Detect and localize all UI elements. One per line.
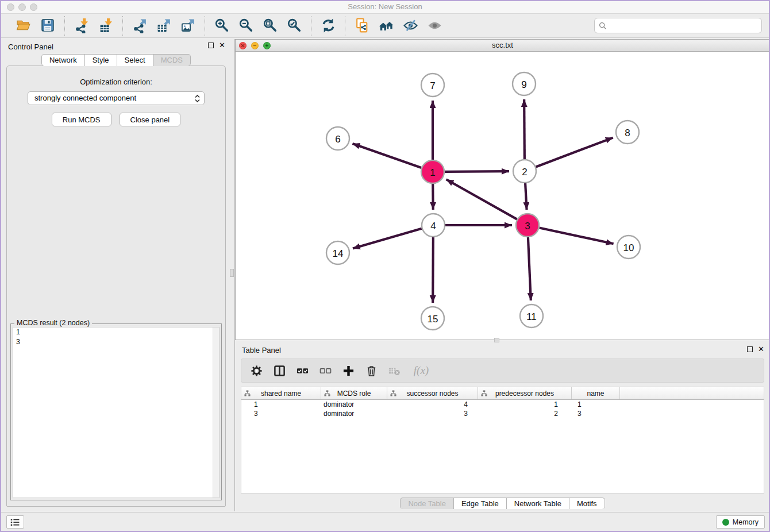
select-all-button[interactable]: [295, 364, 309, 377]
apply-preferred-layout-button[interactable]: [319, 17, 337, 34]
float-panel-icon[interactable]: [208, 43, 214, 48]
table-row[interactable]: 1dominator411: [241, 400, 764, 409]
open-file-button[interactable]: [15, 17, 32, 34]
mcds-result-list[interactable]: 13: [13, 327, 220, 498]
result-list-scrollbar[interactable]: [213, 327, 219, 498]
network-minimize-icon[interactable]: −: [251, 42, 259, 49]
search-input[interactable]: [610, 21, 761, 30]
table-settings-button[interactable]: [249, 364, 263, 377]
optimization-criterion-label: Optimization criterion:: [7, 78, 225, 86]
close-panel-button[interactable]: Close panel: [120, 113, 181, 126]
delete-columns-button[interactable]: [364, 364, 378, 377]
tab-style[interactable]: Style: [85, 54, 117, 66]
task-history-button[interactable]: [6, 515, 24, 529]
edge-4-14[interactable]: [353, 229, 422, 249]
network-graph[interactable]: 7968124314101511: [236, 52, 769, 340]
run-mcds-button[interactable]: Run MCDS: [52, 113, 111, 126]
cell-predecessor-nodes[interactable]: 2: [478, 409, 572, 418]
save-session-button[interactable]: [39, 17, 56, 34]
optimization-criterion-select[interactable]: strongly connected component: [28, 91, 205, 105]
float-table-panel-icon[interactable]: [747, 346, 753, 352]
column-header-successor-nodes[interactable]: successor nodes: [387, 387, 478, 399]
tab-select[interactable]: Select: [117, 54, 153, 66]
horizontal-splitter-grip[interactable]: [494, 338, 499, 342]
tab-network[interactable]: Network: [41, 54, 85, 66]
zoom-fit-button[interactable]: [261, 17, 279, 34]
export-network-button[interactable]: [131, 17, 148, 34]
edge-1-2[interactable]: [445, 171, 509, 172]
column-header-name[interactable]: name: [572, 387, 620, 399]
edge-3-11[interactable]: [528, 237, 531, 300]
edge-2-9[interactable]: [524, 99, 525, 159]
network-maximize-icon[interactable]: +: [263, 42, 271, 49]
node-7[interactable]: 7: [421, 74, 444, 97]
node-8[interactable]: 8: [616, 121, 639, 144]
close-table-panel-icon[interactable]: ✕: [758, 346, 764, 352]
edge-3-10[interactable]: [540, 228, 614, 244]
import-table-button[interactable]: [97, 17, 114, 34]
deselect-all-button[interactable]: [318, 364, 332, 377]
table-panel-title: Table Panel: [242, 346, 281, 354]
node-3[interactable]: 3: [516, 214, 539, 237]
tab-edge-table[interactable]: Edge Table: [454, 498, 507, 509]
cell-successor-nodes[interactable]: 3: [387, 409, 478, 418]
toolbar-groups: [7, 16, 451, 36]
show-hidden-icon: [427, 18, 442, 33]
node-6[interactable]: 6: [326, 127, 349, 150]
splitter-grip[interactable]: [230, 269, 234, 277]
search-box[interactable]: [594, 18, 762, 33]
edge-4-15[interactable]: [433, 237, 433, 303]
edge-1-6[interactable]: [352, 144, 421, 168]
cell-name[interactable]: 1: [572, 400, 620, 409]
zoom-selected-button[interactable]: [286, 17, 303, 34]
close-panel-icon[interactable]: ✕: [219, 43, 225, 48]
node-2[interactable]: 2: [513, 160, 536, 183]
edge-2-3[interactable]: [525, 183, 526, 210]
node-9[interactable]: 9: [513, 72, 536, 95]
mcds-result-item[interactable]: 3: [13, 337, 219, 347]
node-1[interactable]: 1: [421, 160, 444, 183]
import-network-icon: [74, 18, 90, 33]
cell-shared-name[interactable]: 3: [241, 409, 321, 418]
import-network-button[interactable]: [73, 17, 90, 34]
show-columns-button[interactable]: [272, 364, 286, 377]
column-header-predecessor-nodes[interactable]: predecessor nodes: [478, 387, 572, 399]
column-header-MCDS-role[interactable]: MCDS role: [321, 387, 387, 399]
node-15[interactable]: 15: [421, 307, 444, 330]
zoom-in-button[interactable]: [213, 17, 230, 34]
task-list-icon: [10, 518, 20, 526]
table-row[interactable]: 3dominator323: [241, 409, 764, 418]
cell-shared-name[interactable]: 1: [241, 400, 321, 409]
node-11[interactable]: 11: [520, 304, 543, 327]
cell-successor-nodes[interactable]: 4: [387, 400, 478, 409]
memory-button[interactable]: Memory: [716, 515, 765, 529]
network-window-titlebar[interactable]: ✕ − + scc.txt: [236, 40, 769, 52]
tab-node-table[interactable]: Node Table: [400, 498, 454, 509]
duplicate-network-button[interactable]: [353, 17, 371, 34]
mcds-result-item[interactable]: 1: [13, 327, 219, 337]
edge-2-8[interactable]: [536, 138, 613, 167]
network-close-icon[interactable]: ✕: [239, 42, 247, 49]
cell-name[interactable]: 3: [572, 409, 620, 418]
node-14[interactable]: 14: [326, 241, 349, 264]
zoom-out-button[interactable]: [237, 17, 255, 34]
cell-predecessor-nodes[interactable]: 1: [478, 400, 572, 409]
tab-motifs[interactable]: Motifs: [569, 498, 605, 509]
cell-MCDS-role[interactable]: dominator: [321, 409, 387, 418]
column-header-shared-name[interactable]: shared name: [241, 387, 321, 399]
panel-splitter[interactable]: [230, 39, 235, 511]
tab-mcds[interactable]: MCDS: [153, 54, 191, 66]
network-canvas[interactable]: 7968124314101511: [236, 52, 769, 340]
export-image-button[interactable]: [179, 17, 197, 34]
edge-3-1[interactable]: [446, 179, 517, 219]
control-panel-title: Control Panel: [8, 43, 53, 51]
tab-network-table[interactable]: Network Table: [507, 498, 569, 509]
export-table-button[interactable]: [155, 17, 172, 34]
node-4[interactable]: 4: [422, 214, 445, 237]
hide-selected-button[interactable]: [402, 17, 419, 34]
cell-MCDS-role[interactable]: dominator: [321, 400, 387, 409]
show-all-networks-button[interactable]: [378, 17, 395, 34]
create-column-button[interactable]: [341, 364, 355, 377]
node-10[interactable]: 10: [617, 236, 640, 259]
mcds-tab-content: Optimization criterion: strongly connect…: [6, 65, 226, 507]
